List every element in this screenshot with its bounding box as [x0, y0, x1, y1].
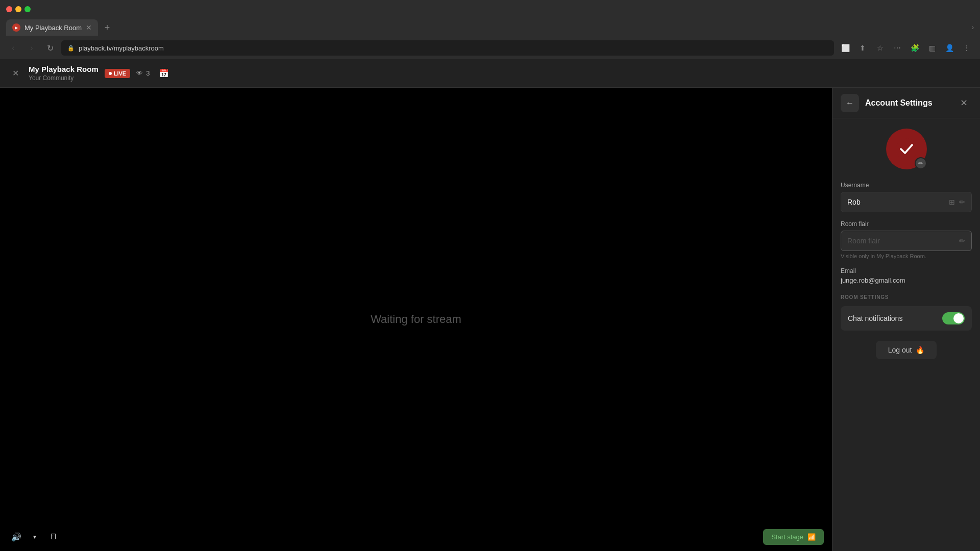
settings-close-button[interactable]: ✕	[955, 95, 972, 111]
room-name: My Playback Room	[29, 65, 99, 73]
room-flair-hint: Visible only in My Playback Room.	[841, 253, 972, 259]
address-text: playback.tv/myplaybackroom	[79, 44, 164, 52]
eye-icon: 👁	[136, 69, 143, 77]
room-flair-edit-icon[interactable]: ✏	[959, 237, 965, 245]
close-traffic-light[interactable]	[6, 6, 12, 12]
start-stage-button[interactable]: Start stage 📶	[763, 529, 824, 545]
screen-button[interactable]: 🖥	[45, 529, 61, 545]
maximize-traffic-light[interactable]	[24, 6, 31, 12]
email-section: Email junge.rob@gmail.com	[841, 267, 972, 284]
browser-chrome: ▶ My Playback Room ✕ + › ‹ › ↻ 🔒 playbac…	[0, 0, 980, 59]
address-bar-row: ‹ › ↻ 🔒 playback.tv/myplaybackroom ⬜ ⬆ ☆…	[0, 37, 980, 59]
tab-title: My Playback Room	[24, 24, 82, 32]
tab-bar: ▶ My Playback Room ✕ + ›	[0, 18, 980, 37]
settings-back-button[interactable]: ←	[841, 94, 859, 112]
traffic-lights	[6, 6, 31, 12]
settings-title: Account Settings	[865, 98, 949, 108]
room-flair-placeholder: Room flair	[847, 237, 955, 245]
extensions-dots-icon[interactable]: ⋯	[890, 41, 904, 55]
viewers-badge: 👁 3	[136, 69, 150, 77]
menu-icon[interactable]: ⋮	[960, 41, 974, 55]
lock-icon: 🔒	[67, 45, 75, 52]
username-input[interactable]: Rob ⊞ ✏	[841, 192, 972, 212]
sidebar-icon[interactable]: ▥	[925, 41, 939, 55]
username-label: Username	[841, 182, 972, 189]
address-bar[interactable]: 🔒 playback.tv/myplaybackroom	[61, 40, 834, 56]
room-info: My Playback Room Your Community	[29, 65, 99, 82]
wave-icon: 📶	[807, 533, 816, 541]
username-field-group: Username Rob ⊞ ✏	[841, 182, 972, 212]
top-bar: ✕ My Playback Room Your Community LIVE 👁…	[0, 59, 980, 88]
logout-button[interactable]: Log out 🔥	[876, 341, 937, 359]
waiting-text: Waiting for stream	[371, 313, 461, 326]
avatar-container: ✏	[886, 129, 927, 169]
live-badge: LIVE	[105, 69, 130, 78]
calendar-button[interactable]: 📅	[156, 65, 172, 82]
bookmark-icon[interactable]: ☆	[873, 41, 887, 55]
tab-close-button[interactable]: ✕	[86, 23, 92, 32]
room-close-button[interactable]: ✕	[8, 66, 22, 81]
main-area: Waiting for stream 🔊 ▼ 🖥 Start stage 📶 ←…	[0, 88, 980, 551]
profile-icon[interactable]: 👤	[942, 41, 957, 55]
avatar-icon	[896, 138, 917, 160]
room-flair-input[interactable]: Room flair ✏	[841, 231, 972, 251]
minimize-traffic-light[interactable]	[15, 6, 21, 12]
volume-dropdown-button[interactable]: ▼	[29, 531, 41, 543]
pencil-icon: ✏	[918, 160, 923, 167]
screen-record-icon[interactable]: ⬜	[838, 41, 852, 55]
refresh-button[interactable]: ↻	[43, 41, 57, 55]
browser-tab[interactable]: ▶ My Playback Room ✕	[6, 19, 98, 36]
share-icon[interactable]: ⬆	[855, 41, 870, 55]
video-area: Waiting for stream 🔊 ▼ 🖥 Start stage 📶	[0, 88, 832, 551]
room-flair-field-group: Room flair Room flair ✏ Visible only in …	[841, 220, 972, 259]
tab-favicon: ▶	[12, 23, 20, 32]
chat-notifications-label: Chat notifications	[848, 314, 936, 322]
live-label: LIVE	[114, 70, 126, 77]
email-value: junge.rob@gmail.com	[841, 277, 972, 284]
volume-button[interactable]: 🔊	[8, 529, 24, 545]
forward-button[interactable]: ›	[24, 41, 39, 55]
logout-icon: 🔥	[916, 346, 924, 354]
back-button[interactable]: ‹	[6, 41, 20, 55]
grid-icon[interactable]: ⊞	[949, 198, 955, 206]
tab-overflow-button[interactable]: ›	[972, 24, 974, 31]
viewers-count: 3	[146, 69, 150, 77]
chat-notifications-toggle[interactable]	[942, 312, 965, 324]
logout-section: Log out 🔥	[841, 341, 972, 359]
live-dot	[109, 72, 112, 75]
puzzle-icon[interactable]: 🧩	[908, 41, 922, 55]
logout-label: Log out	[888, 346, 912, 354]
room-community: Your Community	[29, 74, 99, 82]
video-controls: 🔊 ▼ 🖥 Start stage 📶	[0, 522, 832, 551]
settings-header: ← Account Settings ✕	[832, 88, 980, 118]
settings-body: ✏ Username Rob ⊞ ✏ Room flair	[832, 118, 980, 551]
chat-notifications-row: Chat notifications	[841, 306, 972, 331]
username-edit-icon[interactable]: ✏	[959, 198, 965, 206]
start-stage-label: Start stage	[771, 533, 803, 541]
settings-panel: ← Account Settings ✕	[832, 88, 980, 551]
username-value: Rob	[847, 198, 945, 206]
toolbar-icons: ⬜ ⬆ ☆ ⋯ 🧩 ▥ 👤 ⋮	[838, 41, 974, 55]
email-label: Email	[841, 267, 972, 274]
avatar-section: ✏	[841, 129, 972, 169]
room-settings-section-label: ROOM SETTINGS	[841, 294, 972, 300]
toggle-thumb	[953, 313, 964, 323]
svg-point-0	[896, 138, 917, 160]
room-flair-label: Room flair	[841, 220, 972, 228]
new-tab-button[interactable]: +	[100, 20, 114, 35]
avatar-edit-button[interactable]: ✏	[915, 157, 927, 169]
app-content: ✕ My Playback Room Your Community LIVE 👁…	[0, 59, 980, 551]
title-bar	[0, 0, 980, 18]
